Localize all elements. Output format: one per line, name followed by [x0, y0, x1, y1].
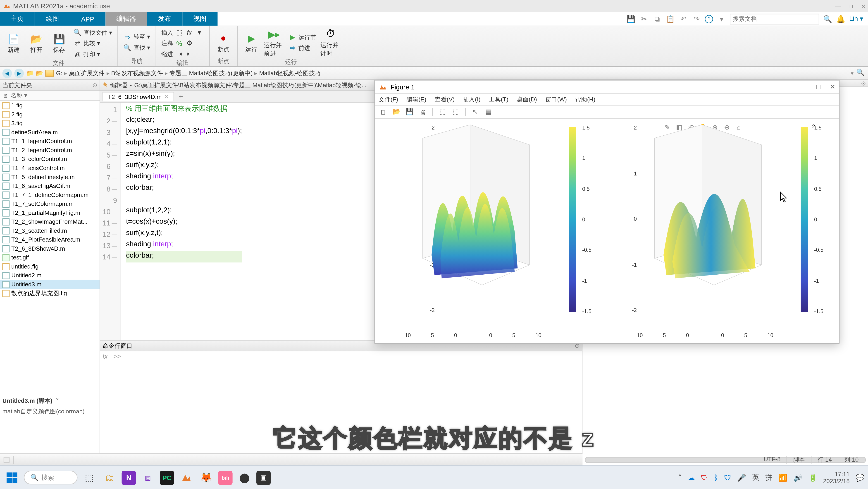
code-area[interactable]: % 用三维曲面图来表示四维数据 clc;clear; [x,y]=meshgri… [121, 102, 247, 340]
file-column-header[interactable]: 🗎 名称 ▾ [0, 91, 99, 101]
link-icon[interactable]: ⬚ [451, 107, 460, 117]
file-item[interactable]: T1_7_1_defineColormapm.m [0, 190, 99, 200]
help-icon[interactable]: ? [705, 15, 713, 23]
line-number[interactable]: 9 [102, 194, 117, 206]
tray-volume-icon[interactable]: 🔊 [793, 473, 802, 482]
line-number[interactable]: 11— [102, 217, 117, 228]
file-item[interactable]: 3.fig [0, 119, 99, 128]
taskview-icon[interactable]: ⬚ [81, 469, 98, 486]
file-explorer-icon[interactable]: 🗂 [101, 469, 118, 486]
figure-menu-file[interactable]: 文件(F) [378, 95, 398, 103]
command-window-body[interactable]: fx >> [100, 352, 582, 454]
file-item[interactable]: defineSurfArea.m [0, 128, 99, 137]
crumb-4[interactable]: Matlab轻视频-绘图技巧 [259, 69, 321, 77]
bilibili-icon[interactable]: bili [218, 470, 232, 485]
taskbar-clock[interactable]: 17:11 2023/2/18 [823, 470, 850, 485]
run-section-button[interactable]: ▶运行节 [286, 32, 318, 42]
cut-icon[interactable]: ✂ [639, 14, 649, 24]
file-item[interactable]: Untitled2.m [0, 271, 99, 280]
search-icon[interactable]: 🔍 [823, 14, 833, 24]
figure-minimize-button[interactable]: — [800, 83, 807, 91]
line-number[interactable]: 3— [102, 127, 117, 138]
collapse-icon[interactable]: ⊙ [92, 82, 97, 88]
collapse-icon[interactable]: ⊙ [861, 80, 866, 87]
figure-menu-window[interactable]: 窗口(W) [545, 95, 567, 103]
file-item[interactable]: 1.fig [0, 101, 99, 110]
window-close-button[interactable]: ✕ [861, 3, 866, 9]
subplot-2[interactable]: ✎ ◧ ⟲ ✋ ⊕ ⊖ ⌂ 2 1 0 -1 -2 [607, 119, 839, 343]
file-item[interactable]: T1_2_legendControl.m [0, 146, 99, 155]
compare-button[interactable]: ⇄比较 ▾ [71, 38, 114, 49]
tray-security-icon[interactable]: 🛡 [701, 473, 708, 482]
dock-icon[interactable]: ⬚ [438, 107, 447, 117]
tray-notifications-icon[interactable]: 💬 [856, 473, 865, 482]
obs-icon[interactable]: ⬤ [236, 469, 253, 486]
edit-plot-icon[interactable]: ▦ [484, 107, 493, 117]
line-number[interactable]: 1 [102, 104, 117, 115]
advance-button[interactable]: ⇨前进 [286, 43, 318, 53]
visualstudio-icon[interactable]: ⧈ [140, 469, 156, 486]
new-button[interactable]: 📄新建 [4, 32, 24, 54]
paste-icon[interactable]: 📋 [665, 14, 675, 24]
run-advance-button[interactable]: ▶▸运行并前进 [264, 27, 284, 58]
figure-close-button[interactable]: ✕ [830, 83, 835, 91]
line-number[interactable]: 2— [102, 115, 117, 127]
tray-ime2[interactable]: 拼 [765, 472, 773, 483]
tray-ime1[interactable]: 英 [752, 472, 760, 483]
figure-maximize-button[interactable]: □ [816, 83, 820, 91]
print-button[interactable]: 🖨打印 ▾ [71, 49, 114, 59]
breakpoint-button[interactable]: ●断点 [213, 31, 234, 53]
tab-apps[interactable]: APP [70, 12, 106, 26]
print-figure-icon[interactable]: 🖨 [418, 107, 428, 117]
window-minimize-button[interactable]: — [835, 3, 841, 9]
nav-back-icon[interactable]: ◀ [2, 68, 12, 78]
tab-add-button[interactable]: + [175, 91, 187, 102]
crumb-3[interactable]: 专题三 Matlab绘图技巧(更新中) [169, 69, 252, 77]
pointer-icon[interactable]: ↖ [470, 107, 480, 117]
file-item[interactable]: T1_6_saveFigAsGif.m [0, 181, 99, 190]
window-maximize-button[interactable]: □ [849, 3, 852, 9]
file-item[interactable]: T1_5_defineLinestyle.m [0, 173, 99, 182]
figure-menu-desktop[interactable]: 桌面(D) [517, 95, 537, 103]
doc-search-input[interactable] [730, 13, 819, 24]
line-number[interactable]: 7— [102, 172, 117, 183]
tray-bluetooth-icon[interactable]: ᛒ [714, 473, 718, 482]
figure-menu-insert[interactable]: 插入(I) [463, 95, 480, 103]
fx-icon[interactable]: fx [102, 353, 113, 452]
tray-defender-icon[interactable]: 🛡 [724, 473, 731, 482]
tray-battery-icon[interactable]: 🔋 [808, 473, 817, 482]
file-item[interactable]: T2_6_3DShow4D.m [0, 244, 99, 253]
file-item[interactable]: T2_1_partialMagnifyFig.m [0, 208, 99, 217]
line-number[interactable]: 8— [102, 183, 117, 194]
file-item[interactable]: T1_1_legendControl.m [0, 136, 99, 146]
tab-publish[interactable]: 发布 [147, 12, 182, 26]
line-gutter[interactable]: 12—3—4—5—6—7—8—910—11—12—13—14— [100, 102, 121, 340]
file-list[interactable]: 1.fig2.fig3.figdefineSurfArea.mT1_1_lege… [0, 101, 99, 394]
line-number[interactable]: 6— [102, 160, 117, 172]
figure-menu-tools[interactable]: 工具(T) [489, 95, 508, 103]
file-item[interactable]: untitled.fig [0, 262, 99, 271]
start-button[interactable] [4, 469, 20, 486]
onenote-icon[interactable]: N [122, 470, 136, 485]
nav-forward-icon[interactable]: ▶ [14, 68, 24, 78]
community-icon[interactable]: ▾ [717, 14, 726, 24]
find-files-button[interactable]: 🔍查找文件 ▾ [71, 27, 114, 38]
crumb-2[interactable]: B站发布视频源文件 [111, 69, 163, 77]
subplot-1[interactable]: 2 1 0 -1 -2 [375, 119, 607, 343]
copy-icon[interactable]: ⧉ [652, 14, 662, 24]
tray-wifi-icon[interactable]: 📶 [778, 473, 787, 482]
indent-button[interactable]: 缩进 ⇥⇤ [159, 49, 206, 59]
line-number[interactable]: 4— [102, 138, 117, 149]
breadcrumb[interactable]: G:▸ 桌面扩展文件▸ B站发布视频源文件▸ 专题三 Matlab绘图技巧(更新… [56, 69, 848, 77]
figure-window[interactable]: Figure 1 — □ ✕ 文件(F) 编辑(E) 查看(V) 插入(I) 工… [374, 80, 839, 344]
crumb-drive[interactable]: G: [56, 70, 62, 76]
detail-collapse-icon[interactable]: ˅ [56, 398, 59, 404]
line-number[interactable]: 10— [102, 206, 117, 217]
line-number[interactable]: 5— [102, 149, 117, 160]
tray-mic-icon[interactable]: 🎤 [737, 473, 746, 482]
editor-tab-active[interactable]: T2_6_3DShow4D.m ✕ [102, 91, 174, 101]
crumb-1[interactable]: 桌面扩展文件 [69, 69, 105, 77]
undo-icon[interactable]: ↶ [679, 14, 688, 24]
figure-titlebar[interactable]: Figure 1 — □ ✕ [375, 81, 839, 94]
firefox-icon[interactable]: 🦊 [198, 469, 215, 486]
